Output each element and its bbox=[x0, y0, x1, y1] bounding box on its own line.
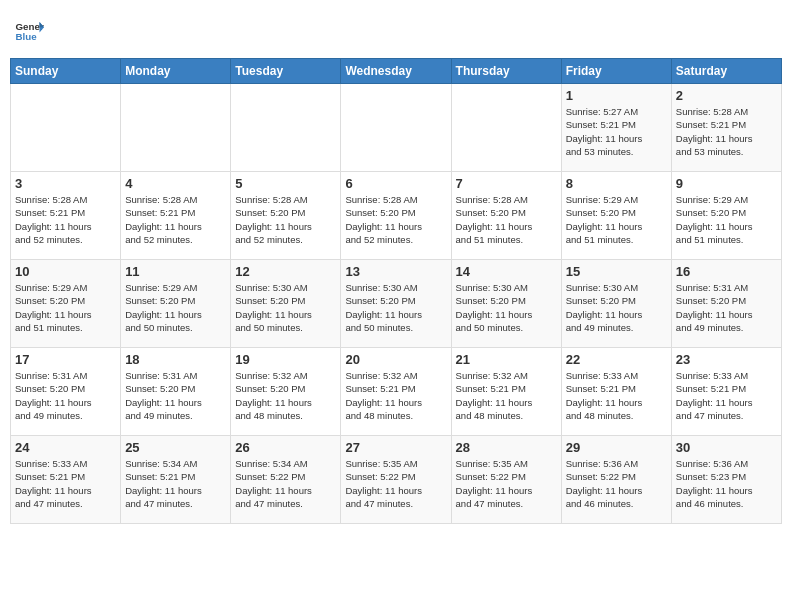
page-header: General Blue bbox=[10, 10, 782, 52]
day-number: 18 bbox=[125, 352, 226, 367]
day-info: Sunrise: 5:31 AM Sunset: 5:20 PM Dayligh… bbox=[15, 369, 116, 422]
calendar-week-row: 24Sunrise: 5:33 AM Sunset: 5:21 PM Dayli… bbox=[11, 436, 782, 524]
calendar-cell: 29Sunrise: 5:36 AM Sunset: 5:22 PM Dayli… bbox=[561, 436, 671, 524]
day-info: Sunrise: 5:35 AM Sunset: 5:22 PM Dayligh… bbox=[345, 457, 446, 510]
day-of-week-header: Sunday bbox=[11, 59, 121, 84]
calendar-cell: 7Sunrise: 5:28 AM Sunset: 5:20 PM Daylig… bbox=[451, 172, 561, 260]
logo: General Blue bbox=[14, 16, 46, 46]
day-info: Sunrise: 5:27 AM Sunset: 5:21 PM Dayligh… bbox=[566, 105, 667, 158]
day-info: Sunrise: 5:34 AM Sunset: 5:21 PM Dayligh… bbox=[125, 457, 226, 510]
day-number: 15 bbox=[566, 264, 667, 279]
day-number: 6 bbox=[345, 176, 446, 191]
calendar-header: SundayMondayTuesdayWednesdayThursdayFrid… bbox=[11, 59, 782, 84]
day-number: 12 bbox=[235, 264, 336, 279]
day-number: 21 bbox=[456, 352, 557, 367]
day-number: 25 bbox=[125, 440, 226, 455]
svg-text:Blue: Blue bbox=[16, 31, 38, 42]
day-info: Sunrise: 5:30 AM Sunset: 5:20 PM Dayligh… bbox=[345, 281, 446, 334]
day-info: Sunrise: 5:28 AM Sunset: 5:21 PM Dayligh… bbox=[15, 193, 116, 246]
day-of-week-header: Wednesday bbox=[341, 59, 451, 84]
day-info: Sunrise: 5:33 AM Sunset: 5:21 PM Dayligh… bbox=[676, 369, 777, 422]
day-number: 3 bbox=[15, 176, 116, 191]
day-number: 23 bbox=[676, 352, 777, 367]
day-number: 17 bbox=[15, 352, 116, 367]
day-number: 26 bbox=[235, 440, 336, 455]
day-info: Sunrise: 5:32 AM Sunset: 5:21 PM Dayligh… bbox=[456, 369, 557, 422]
calendar-cell bbox=[451, 84, 561, 172]
day-of-week-header: Monday bbox=[121, 59, 231, 84]
day-number: 5 bbox=[235, 176, 336, 191]
day-info: Sunrise: 5:35 AM Sunset: 5:22 PM Dayligh… bbox=[456, 457, 557, 510]
calendar-cell: 11Sunrise: 5:29 AM Sunset: 5:20 PM Dayli… bbox=[121, 260, 231, 348]
day-info: Sunrise: 5:30 AM Sunset: 5:20 PM Dayligh… bbox=[456, 281, 557, 334]
day-of-week-header: Friday bbox=[561, 59, 671, 84]
day-info: Sunrise: 5:31 AM Sunset: 5:20 PM Dayligh… bbox=[125, 369, 226, 422]
day-info: Sunrise: 5:36 AM Sunset: 5:22 PM Dayligh… bbox=[566, 457, 667, 510]
day-info: Sunrise: 5:32 AM Sunset: 5:20 PM Dayligh… bbox=[235, 369, 336, 422]
day-of-week-header: Tuesday bbox=[231, 59, 341, 84]
day-number: 7 bbox=[456, 176, 557, 191]
calendar-cell: 20Sunrise: 5:32 AM Sunset: 5:21 PM Dayli… bbox=[341, 348, 451, 436]
calendar-cell: 18Sunrise: 5:31 AM Sunset: 5:20 PM Dayli… bbox=[121, 348, 231, 436]
calendar-table: SundayMondayTuesdayWednesdayThursdayFrid… bbox=[10, 58, 782, 524]
calendar-cell: 19Sunrise: 5:32 AM Sunset: 5:20 PM Dayli… bbox=[231, 348, 341, 436]
calendar-cell: 2Sunrise: 5:28 AM Sunset: 5:21 PM Daylig… bbox=[671, 84, 781, 172]
day-info: Sunrise: 5:29 AM Sunset: 5:20 PM Dayligh… bbox=[676, 193, 777, 246]
calendar-cell bbox=[231, 84, 341, 172]
day-number: 14 bbox=[456, 264, 557, 279]
day-info: Sunrise: 5:29 AM Sunset: 5:20 PM Dayligh… bbox=[125, 281, 226, 334]
calendar-cell: 24Sunrise: 5:33 AM Sunset: 5:21 PM Dayli… bbox=[11, 436, 121, 524]
day-number: 20 bbox=[345, 352, 446, 367]
calendar-cell: 13Sunrise: 5:30 AM Sunset: 5:20 PM Dayli… bbox=[341, 260, 451, 348]
day-number: 10 bbox=[15, 264, 116, 279]
calendar-cell: 17Sunrise: 5:31 AM Sunset: 5:20 PM Dayli… bbox=[11, 348, 121, 436]
day-number: 19 bbox=[235, 352, 336, 367]
day-info: Sunrise: 5:30 AM Sunset: 5:20 PM Dayligh… bbox=[235, 281, 336, 334]
day-info: Sunrise: 5:28 AM Sunset: 5:21 PM Dayligh… bbox=[676, 105, 777, 158]
day-info: Sunrise: 5:28 AM Sunset: 5:20 PM Dayligh… bbox=[456, 193, 557, 246]
day-number: 2 bbox=[676, 88, 777, 103]
day-number: 8 bbox=[566, 176, 667, 191]
calendar-cell bbox=[11, 84, 121, 172]
calendar-cell: 21Sunrise: 5:32 AM Sunset: 5:21 PM Dayli… bbox=[451, 348, 561, 436]
calendar-cell: 9Sunrise: 5:29 AM Sunset: 5:20 PM Daylig… bbox=[671, 172, 781, 260]
calendar-cell: 6Sunrise: 5:28 AM Sunset: 5:20 PM Daylig… bbox=[341, 172, 451, 260]
day-number: 24 bbox=[15, 440, 116, 455]
day-info: Sunrise: 5:33 AM Sunset: 5:21 PM Dayligh… bbox=[15, 457, 116, 510]
calendar-cell: 16Sunrise: 5:31 AM Sunset: 5:20 PM Dayli… bbox=[671, 260, 781, 348]
day-number: 28 bbox=[456, 440, 557, 455]
day-info: Sunrise: 5:33 AM Sunset: 5:21 PM Dayligh… bbox=[566, 369, 667, 422]
calendar-week-row: 3Sunrise: 5:28 AM Sunset: 5:21 PM Daylig… bbox=[11, 172, 782, 260]
calendar-cell: 30Sunrise: 5:36 AM Sunset: 5:23 PM Dayli… bbox=[671, 436, 781, 524]
calendar-cell: 10Sunrise: 5:29 AM Sunset: 5:20 PM Dayli… bbox=[11, 260, 121, 348]
day-info: Sunrise: 5:28 AM Sunset: 5:20 PM Dayligh… bbox=[345, 193, 446, 246]
calendar-week-row: 10Sunrise: 5:29 AM Sunset: 5:20 PM Dayli… bbox=[11, 260, 782, 348]
day-number: 4 bbox=[125, 176, 226, 191]
day-number: 13 bbox=[345, 264, 446, 279]
calendar-body: 1Sunrise: 5:27 AM Sunset: 5:21 PM Daylig… bbox=[11, 84, 782, 524]
day-info: Sunrise: 5:29 AM Sunset: 5:20 PM Dayligh… bbox=[15, 281, 116, 334]
day-info: Sunrise: 5:34 AM Sunset: 5:22 PM Dayligh… bbox=[235, 457, 336, 510]
calendar-cell: 23Sunrise: 5:33 AM Sunset: 5:21 PM Dayli… bbox=[671, 348, 781, 436]
day-of-week-header: Thursday bbox=[451, 59, 561, 84]
day-number: 27 bbox=[345, 440, 446, 455]
calendar-week-row: 17Sunrise: 5:31 AM Sunset: 5:20 PM Dayli… bbox=[11, 348, 782, 436]
calendar-cell: 22Sunrise: 5:33 AM Sunset: 5:21 PM Dayli… bbox=[561, 348, 671, 436]
day-number: 1 bbox=[566, 88, 667, 103]
day-number: 9 bbox=[676, 176, 777, 191]
day-info: Sunrise: 5:31 AM Sunset: 5:20 PM Dayligh… bbox=[676, 281, 777, 334]
day-info: Sunrise: 5:28 AM Sunset: 5:21 PM Dayligh… bbox=[125, 193, 226, 246]
day-number: 30 bbox=[676, 440, 777, 455]
day-number: 16 bbox=[676, 264, 777, 279]
day-number: 29 bbox=[566, 440, 667, 455]
calendar-cell: 15Sunrise: 5:30 AM Sunset: 5:20 PM Dayli… bbox=[561, 260, 671, 348]
calendar-cell: 25Sunrise: 5:34 AM Sunset: 5:21 PM Dayli… bbox=[121, 436, 231, 524]
day-info: Sunrise: 5:32 AM Sunset: 5:21 PM Dayligh… bbox=[345, 369, 446, 422]
calendar-week-row: 1Sunrise: 5:27 AM Sunset: 5:21 PM Daylig… bbox=[11, 84, 782, 172]
calendar-cell: 5Sunrise: 5:28 AM Sunset: 5:20 PM Daylig… bbox=[231, 172, 341, 260]
calendar-cell: 4Sunrise: 5:28 AM Sunset: 5:21 PM Daylig… bbox=[121, 172, 231, 260]
calendar-cell: 26Sunrise: 5:34 AM Sunset: 5:22 PM Dayli… bbox=[231, 436, 341, 524]
calendar-cell: 1Sunrise: 5:27 AM Sunset: 5:21 PM Daylig… bbox=[561, 84, 671, 172]
day-of-week-header: Saturday bbox=[671, 59, 781, 84]
calendar-cell: 28Sunrise: 5:35 AM Sunset: 5:22 PM Dayli… bbox=[451, 436, 561, 524]
